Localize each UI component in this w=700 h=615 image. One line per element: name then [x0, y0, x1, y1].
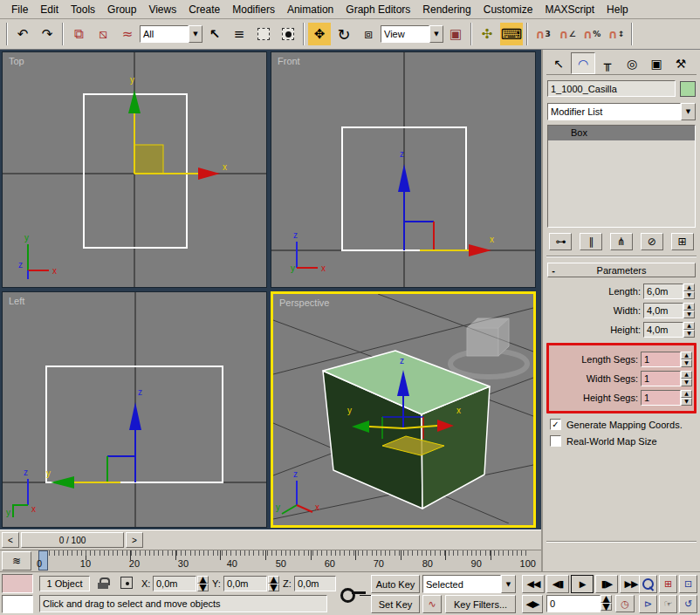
remove-modifier-icon[interactable]: ⊘	[641, 233, 663, 250]
menu-item[interactable]: Animation	[281, 2, 340, 17]
menu-item[interactable]: Customize	[477, 2, 539, 17]
spinner-control[interactable]: ▲ ▼	[683, 303, 695, 318]
time-configuration-icon[interactable]: ◷	[615, 595, 635, 612]
selection-filter-dropdown[interactable]: All ▼	[140, 25, 202, 43]
make-unique-icon[interactable]: ⋔	[610, 233, 633, 250]
percent-snap-toggle-icon[interactable]: ∩%	[580, 23, 603, 45]
select-object-icon[interactable]: ↖	[203, 23, 226, 45]
arc-rotate-icon[interactable]: ↺	[679, 595, 697, 613]
move-gizmo-xy-plane[interactable]	[134, 145, 163, 174]
zoom-extents-icon[interactable]: ⊡	[679, 575, 697, 593]
time-slider-prev-button[interactable]: <	[2, 532, 19, 548]
coordinate-system-value[interactable]: View	[381, 25, 429, 43]
move-gizmo-x-arrow[interactable]	[198, 167, 220, 180]
y-spinner[interactable]: ▲ ▼	[268, 576, 279, 591]
select-by-name-icon[interactable]: ≡	[228, 23, 250, 45]
configure-modifier-sets-icon[interactable]: ⊞	[671, 233, 694, 250]
select-and-move-icon[interactable]: ✥	[308, 23, 331, 45]
chevron-down-icon[interactable]: ▼	[429, 25, 443, 43]
spinner-down-icon[interactable]: ▼	[681, 379, 692, 386]
modifier-stack-list[interactable]: Box	[547, 125, 696, 228]
menu-item[interactable]: Graph Editors	[340, 2, 416, 17]
maxscript-mini-listener-white[interactable]	[2, 595, 33, 613]
redo-icon[interactable]: ↷	[36, 23, 58, 45]
chevron-down-icon[interactable]: ▼	[189, 25, 202, 43]
select-and-scale-icon[interactable]: ⧈	[357, 23, 380, 45]
spinner-down-icon[interactable]: ▼	[683, 330, 695, 338]
parameter-value-field[interactable]: 6,0m	[643, 284, 683, 299]
snaps-toggle-icon[interactable]: ∩3	[532, 23, 554, 45]
angle-snap-toggle-icon[interactable]: ∩∠	[556, 23, 579, 45]
move-gizmo-y-arrow[interactable]	[51, 476, 74, 489]
selection-filter-value[interactable]: All	[140, 25, 189, 43]
pan-hand-icon[interactable]: ☞	[659, 595, 677, 613]
bind-to-space-warp-icon[interactable]: ≈	[116, 23, 139, 45]
rollout-collapse-icon[interactable]: -	[548, 265, 559, 276]
key-filters-button[interactable]: Key Filters...	[445, 595, 516, 613]
viewport-left[interactable]: z y z y x Left	[2, 291, 267, 528]
spinner-up-icon[interactable]: ▲	[681, 390, 692, 398]
modifier-list-dropdown[interactable]: Modifier List ▼	[547, 103, 696, 120]
frame-spinner[interactable]: ▲ ▼	[600, 595, 612, 611]
menu-item[interactable]: Views	[142, 2, 182, 17]
modifier-list-value[interactable]: Modifier List	[547, 103, 681, 120]
pin-stack-icon[interactable]: ⊶	[549, 233, 572, 250]
spinner-control[interactable]: ▲ ▼	[681, 352, 692, 367]
set-key-mode-icon[interactable]	[340, 586, 367, 602]
spinner-down-icon[interactable]: ▼	[681, 398, 692, 406]
window-crossing-toggle-icon[interactable]	[277, 23, 299, 45]
spinner-control[interactable]: ▲ ▼	[681, 371, 692, 386]
object-color-swatch[interactable]	[680, 81, 696, 97]
show-end-result-icon[interactable]: ∥	[580, 233, 602, 250]
z-coordinate-field[interactable]: 0,0m	[294, 576, 336, 591]
stack-item-box[interactable]: Box	[548, 126, 695, 140]
zoom-icon[interactable]	[639, 575, 657, 593]
spinner-control[interactable]: ▲ ▼	[681, 390, 692, 406]
open-mini-curve-editor-button[interactable]: ≋	[2, 551, 31, 571]
menu-item[interactable]: Help	[600, 2, 635, 17]
parameter-value-field[interactable]: 4,0m	[643, 322, 683, 338]
menu-item[interactable]: Modifiers	[226, 2, 281, 17]
default-tangent-curve-icon[interactable]: ∿	[422, 595, 442, 613]
parameters-rollout-header[interactable]: - Parameters	[547, 263, 696, 277]
move-gizmo-x-arrow[interactable]	[469, 244, 491, 256]
display-tab-icon[interactable]: ▣	[644, 52, 669, 74]
track-bar-ruler[interactable]: 0102030405060708090100	[35, 550, 541, 571]
menu-item[interactable]: File	[5, 2, 34, 17]
chevron-down-icon[interactable]: ▼	[681, 103, 696, 120]
menu-item[interactable]: Rendering	[416, 2, 477, 17]
current-frame-field[interactable]: 0	[546, 595, 600, 612]
create-tab-icon[interactable]: ↖	[546, 52, 571, 74]
spinner-control[interactable]: ▲ ▼	[683, 322, 695, 338]
select-and-link-icon[interactable]: ⧉	[67, 23, 90, 45]
time-slider-handle[interactable]: 0 / 100	[21, 532, 124, 548]
keyboard-override-toggle-icon[interactable]: ⌨	[500, 23, 523, 45]
unlink-selection-icon[interactable]: ⧅	[92, 23, 114, 45]
use-pivot-point-center-icon[interactable]: ▣	[444, 23, 467, 45]
menu-item[interactable]: Edit	[34, 2, 65, 17]
set-key-button[interactable]: Set Key	[371, 595, 420, 613]
reference-coordinate-system-dropdown[interactable]: View ▼	[381, 25, 443, 43]
spinner-down-icon[interactable]: ▼	[268, 584, 279, 591]
y-coordinate-field[interactable]: 0,0m	[223, 576, 267, 591]
spinner-down-icon[interactable]: ▼	[683, 311, 695, 318]
viewport-front[interactable]: z x z x y Front	[271, 51, 536, 288]
viewport-perspective[interactable]: z y x z y x Perspective	[271, 291, 536, 528]
modify-tab-icon[interactable]: ◠	[571, 52, 595, 74]
zoom-all-icon[interactable]: ⊞	[659, 575, 677, 593]
spinner-down-icon[interactable]: ▼	[600, 603, 612, 611]
spinner-control[interactable]: ▲ ▼	[683, 284, 695, 299]
generate-mapping-checkbox[interactable]: ✓	[550, 419, 561, 430]
parameter-value-field[interactable]: 1	[641, 371, 681, 386]
menu-item[interactable]: Tools	[65, 2, 101, 17]
play-button-icon[interactable]: ▶	[571, 575, 594, 593]
absolute-offset-toggle-icon[interactable]	[120, 577, 133, 591]
undo-icon[interactable]: ↶	[11, 23, 34, 45]
previous-frame-icon[interactable]: ◀▮	[546, 575, 569, 593]
motion-tab-icon[interactable]: ◎	[620, 52, 644, 74]
viewport-top[interactable]: y x y x z Top	[2, 51, 267, 288]
chevron-down-icon[interactable]: ▼	[501, 575, 516, 593]
parameter-value-field[interactable]: 1	[641, 352, 681, 367]
select-and-rotate-icon[interactable]: ↻	[333, 23, 355, 45]
menu-item[interactable]: Create	[182, 2, 226, 17]
